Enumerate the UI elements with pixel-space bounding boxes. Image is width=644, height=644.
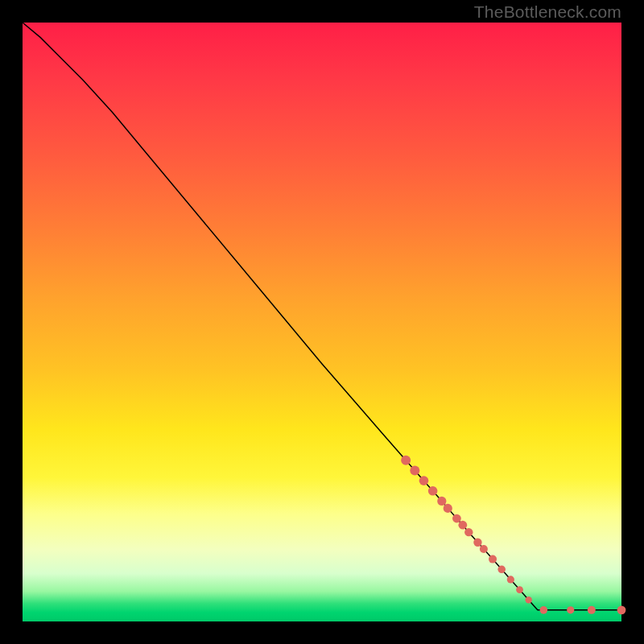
marker-group (401, 456, 625, 614)
data-marker (444, 504, 452, 513)
data-marker (437, 497, 446, 506)
data-marker (419, 476, 429, 485)
data-marker (428, 486, 438, 496)
plot-area (23, 23, 621, 621)
data-marker (480, 545, 488, 553)
chart-svg (23, 23, 621, 621)
data-marker (410, 466, 419, 476)
curve-line (23, 23, 621, 610)
data-marker (464, 528, 473, 536)
data-marker (567, 606, 574, 613)
data-marker (489, 555, 497, 564)
data-marker (507, 576, 514, 583)
data-marker (452, 514, 461, 523)
attribution-label: TheBottleneck.com (474, 2, 621, 22)
data-marker (473, 539, 481, 547)
data-marker (516, 586, 523, 593)
data-marker (525, 597, 531, 603)
data-marker (539, 606, 547, 614)
data-marker (588, 606, 596, 614)
data-marker (458, 521, 467, 530)
data-marker (401, 456, 411, 465)
data-marker (497, 565, 506, 573)
data-marker (617, 605, 626, 614)
chart-frame: TheBottleneck.com (0, 0, 644, 644)
